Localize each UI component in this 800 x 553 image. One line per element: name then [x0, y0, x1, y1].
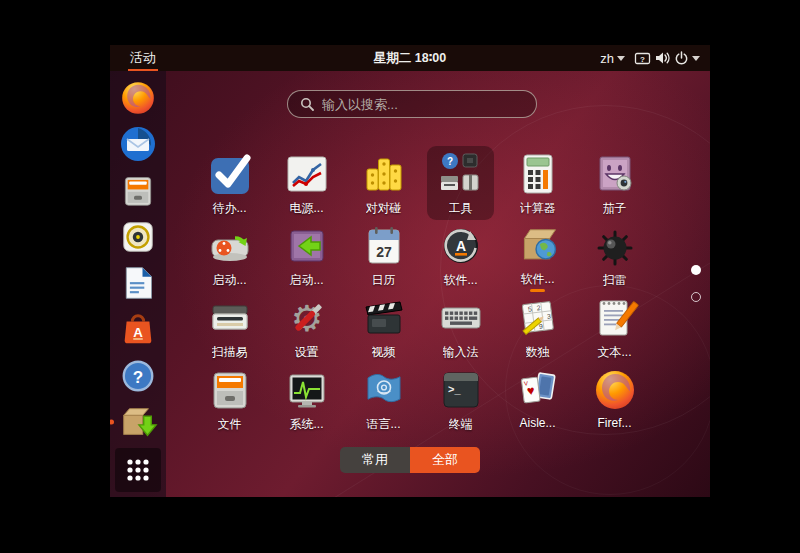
app-cheese[interactable]: 茄子	[576, 148, 653, 220]
app-label: 启动...	[212, 272, 246, 289]
clock[interactable]: 星期二 18∶00	[374, 50, 446, 67]
aisleriot-icon: ♥ V	[514, 366, 562, 414]
app-label: 输入法	[443, 344, 479, 361]
chevron-down-icon	[617, 56, 625, 61]
app-todo[interactable]: 待办...	[191, 148, 268, 220]
power-icon	[674, 50, 689, 66]
swell-foop-icon	[360, 150, 408, 198]
videos-icon	[360, 294, 408, 342]
settings-icon: ⚙	[283, 294, 331, 342]
power-statistics-icon	[283, 150, 331, 198]
app-videos[interactable]: 视频	[345, 292, 422, 364]
app-mines[interactable]: 扫雷	[576, 220, 653, 292]
file-cabinet-icon	[119, 172, 157, 210]
volume-icon	[654, 50, 671, 66]
page-dot-1[interactable]	[691, 265, 701, 275]
dock-item-thunderbird[interactable]	[118, 124, 158, 164]
libreoffice-writer-icon	[120, 264, 156, 302]
app-text-editor[interactable]: 文本...	[576, 292, 653, 364]
svg-text:A: A	[455, 238, 465, 254]
firefox-icon	[591, 366, 639, 414]
text-editor-icon	[591, 294, 639, 342]
system-menu[interactable]: ?	[634, 50, 700, 66]
app-grid: 待办... 电源...	[191, 148, 653, 436]
dock-item-ubuntu-software[interactable]: A	[118, 309, 158, 349]
app-label: Firef...	[597, 416, 631, 430]
calculator-icon	[514, 150, 562, 198]
app-label: 系统...	[289, 416, 323, 433]
view-toggle: 常用 全部	[340, 447, 480, 473]
activities-button[interactable]: 活动	[128, 46, 158, 71]
app-label: 对对碰	[366, 200, 402, 217]
app-terminal[interactable]: >_ 终端	[422, 364, 499, 436]
app-swell-foop[interactable]: 对对碰	[345, 148, 422, 220]
app-settings[interactable]: ⚙ 设置	[268, 292, 345, 364]
utilities-folder-icon: ?	[437, 150, 485, 198]
app-label: 语言...	[366, 416, 400, 433]
simple-scan-icon	[206, 294, 254, 342]
app-simple-scan[interactable]: 扫描易	[191, 292, 268, 364]
firefox-icon	[118, 78, 158, 118]
input-source-menu[interactable]: zh	[600, 51, 625, 66]
app-grid-icon	[122, 454, 154, 486]
app-language-support[interactable]: 语言...	[345, 364, 422, 436]
svg-text:V: V	[523, 380, 528, 386]
app-software-and-updates[interactable]: 软件...	[499, 220, 576, 292]
app-sudoku[interactable]: 5 2 3 9 数独	[499, 292, 576, 364]
app-label: 软件...	[443, 272, 477, 289]
app-label: 待办...	[212, 200, 246, 217]
app-calculator[interactable]: 计算器	[499, 148, 576, 220]
software-updater-icon: A	[437, 222, 485, 270]
terminal-icon: >_	[437, 366, 485, 414]
app-calendar[interactable]: 27 日历	[345, 220, 422, 292]
search-icon	[300, 97, 314, 111]
app-system-monitor[interactable]: 系统...	[268, 364, 345, 436]
svg-text:27: 27	[376, 244, 392, 260]
screen: 活动 星期二 18∶00 zh ?	[0, 0, 800, 553]
app-label: 扫雷	[603, 272, 627, 289]
language-support-icon	[360, 366, 408, 414]
input-method-icon: ?	[634, 50, 651, 66]
app-software-updater[interactable]: A 软件...	[422, 220, 499, 292]
dock-item-libreoffice-writer[interactable]	[118, 263, 158, 303]
app-files[interactable]: 文件	[191, 364, 268, 436]
sudoku-icon: 5 2 3 9	[514, 294, 562, 342]
running-indicator-dot	[110, 419, 114, 424]
dock-item-firefox[interactable]	[118, 78, 158, 118]
activities-overview: 活动 星期二 18∶00 zh ?	[110, 45, 710, 497]
app-label: 启动...	[289, 272, 323, 289]
app-startup-disk-creator[interactable]: 启动...	[191, 220, 268, 292]
app-power-statistics[interactable]: 电源...	[268, 148, 345, 220]
chevron-down-icon	[692, 56, 700, 61]
app-label: 茄子	[603, 200, 627, 217]
app-startup-applications[interactable]: 启动...	[268, 220, 345, 292]
dock-item-package-installer[interactable]	[118, 402, 158, 442]
app-label: 数独	[526, 344, 550, 361]
dock-item-rhythmbox[interactable]	[118, 217, 158, 257]
ubuntu-software-icon: A	[119, 310, 157, 348]
svg-text:>_: >_	[448, 383, 461, 395]
show-applications-button[interactable]	[115, 448, 161, 492]
startup-disk-creator-icon	[206, 222, 254, 270]
app-label: 日历	[372, 272, 396, 289]
app-label: Aisle...	[519, 416, 555, 430]
frequent-tab[interactable]: 常用	[340, 447, 410, 473]
dock-item-help[interactable]: ?	[118, 356, 158, 396]
app-aisleriot[interactable]: ♥ V Aisle...	[499, 364, 576, 436]
page-indicator	[691, 265, 701, 302]
app-label: 工具	[449, 200, 473, 217]
search-bar[interactable]	[287, 90, 537, 118]
dock-item-files[interactable]	[118, 171, 158, 211]
page-dot-2[interactable]	[691, 292, 701, 302]
app-folder-utilities[interactable]: ? 工具	[427, 146, 494, 220]
software-and-updates-icon	[514, 222, 562, 269]
app-label: 设置	[295, 344, 319, 361]
app-firefox[interactable]: Firef...	[576, 364, 653, 436]
app-input-method[interactable]: 输入法	[422, 292, 499, 364]
all-tab[interactable]: 全部	[410, 447, 480, 473]
app-label: 终端	[449, 416, 473, 433]
startup-applications-icon	[283, 222, 331, 270]
search-input[interactable]	[322, 97, 524, 112]
app-label: 文本...	[597, 344, 631, 361]
help-icon: ?	[119, 357, 157, 395]
